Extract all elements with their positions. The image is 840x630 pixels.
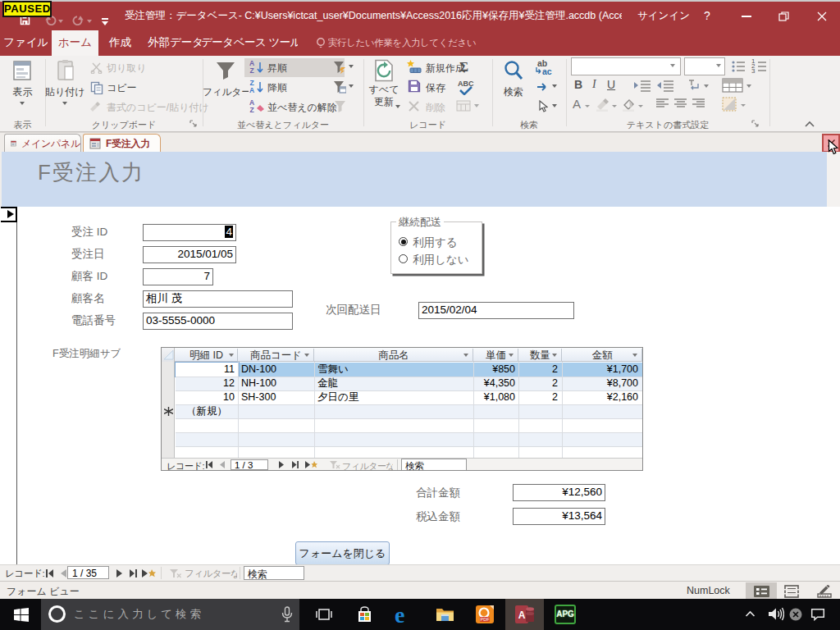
svg-text:A: A <box>518 609 526 621</box>
svg-text:PDF: PDF <box>481 617 491 622</box>
